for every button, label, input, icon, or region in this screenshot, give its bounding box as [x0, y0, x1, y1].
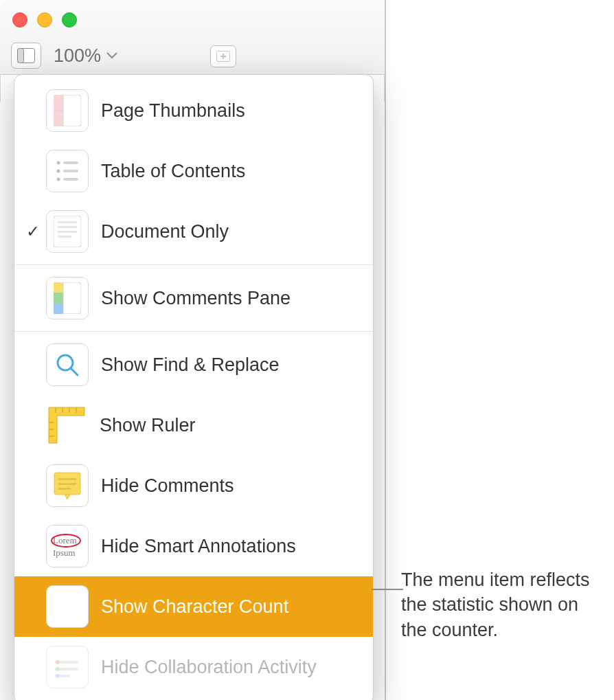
svg-rect-39	[58, 488, 71, 490]
callout-text: The menu item reflects the statistic sho…	[401, 567, 607, 642]
svg-rect-38	[58, 483, 76, 485]
count-badge-value: 42	[58, 596, 78, 618]
add-page-button[interactable]	[210, 45, 236, 67]
svg-rect-21	[54, 282, 63, 293]
zoom-value: 100%	[54, 45, 101, 67]
menu-item-label: Hide Comments	[101, 475, 234, 497]
page-thumbnails-icon	[46, 89, 89, 132]
svg-rect-23	[54, 303, 63, 314]
minimize-window-button[interactable]	[37, 12, 52, 27]
svg-rect-1	[18, 49, 24, 63]
plus-page-icon	[216, 51, 230, 62]
svg-rect-12	[63, 170, 78, 172]
svg-rect-10	[63, 161, 78, 164]
chevron-down-icon	[106, 52, 117, 59]
menu-item-label: Hide Collaboration Activity	[101, 657, 317, 678]
menu-separator	[14, 264, 373, 265]
zoom-dropdown[interactable]: 100%	[54, 45, 117, 67]
sidebar-icon	[17, 48, 35, 63]
menu-item-label: Show Comments Pane	[101, 288, 291, 309]
table-of-contents-icon	[46, 150, 89, 192]
menu-item-hide-comments[interactable]: Hide Comments	[14, 455, 373, 516]
svg-point-44	[56, 660, 60, 664]
svg-rect-37	[58, 478, 76, 480]
document-only-icon	[46, 210, 89, 253]
ruler-icon	[46, 405, 87, 446]
fullscreen-window-button[interactable]	[62, 12, 77, 27]
svg-line-26	[71, 368, 78, 375]
menu-item-show-find-replace[interactable]: Show Find & Replace	[14, 335, 373, 395]
view-menu-button[interactable]	[11, 43, 41, 69]
svg-rect-22	[54, 293, 63, 303]
svg-point-9	[57, 161, 60, 165]
titlebar: 100%	[0, 0, 385, 75]
svg-text:Ipsum: Ipsum	[53, 547, 76, 558]
menu-item-table-of-contents[interactable]: Table of Contents	[14, 141, 373, 201]
svg-rect-19	[58, 236, 71, 238]
callout-leader-line	[372, 589, 403, 590]
menu-item-hide-smart-annotations[interactable]: Lorem Ipsum Hide Smart Annotations	[14, 516, 373, 576]
menu-item-page-thumbnails[interactable]: Page Thumbnails	[14, 80, 373, 141]
menu-item-label: Show Find & Replace	[101, 354, 280, 376]
svg-point-46	[56, 667, 60, 671]
svg-rect-17	[58, 226, 77, 228]
sticky-note-icon	[46, 464, 89, 507]
character-count-icon: 42	[46, 585, 89, 628]
window-controls	[12, 12, 77, 27]
comments-pane-icon	[46, 277, 89, 319]
toolbar: 100%	[11, 43, 117, 69]
collaboration-activity-icon	[46, 646, 89, 688]
menu-item-show-ruler[interactable]: Show Ruler	[14, 395, 373, 455]
menu-item-document-only[interactable]: ✓ Document Only	[14, 201, 373, 262]
close-window-button[interactable]	[12, 12, 27, 27]
svg-point-13	[57, 178, 60, 181]
svg-rect-14	[63, 178, 78, 181]
svg-point-11	[57, 170, 60, 173]
menu-item-hide-collaboration-activity: Hide Collaboration Activity	[14, 637, 373, 697]
checkmark-icon: ✓	[21, 222, 45, 241]
svg-rect-18	[58, 231, 77, 233]
view-menu-popover: Page Thumbnails Table of Contents ✓	[14, 74, 374, 700]
search-icon	[46, 343, 89, 386]
menu-item-label: Table of Contents	[101, 161, 245, 182]
menu-item-label: Show Character Count	[101, 596, 288, 618]
svg-rect-16	[58, 221, 77, 223]
menu-item-label: Page Thumbnails	[101, 100, 245, 122]
menu-separator	[14, 331, 373, 332]
smart-annotations-icon: Lorem Ipsum	[46, 525, 89, 567]
svg-marker-27	[49, 407, 84, 443]
menu-item-show-character-count[interactable]: 42 Show Character Count	[14, 576, 373, 637]
menu-item-label: Show Ruler	[100, 415, 196, 436]
menu-item-show-comments-pane[interactable]: Show Comments Pane	[14, 268, 373, 328]
menu-item-label: Document Only	[101, 221, 229, 242]
svg-point-48	[56, 674, 60, 678]
svg-marker-36	[65, 495, 70, 499]
menu-item-label: Hide Smart Annotations	[101, 536, 296, 557]
